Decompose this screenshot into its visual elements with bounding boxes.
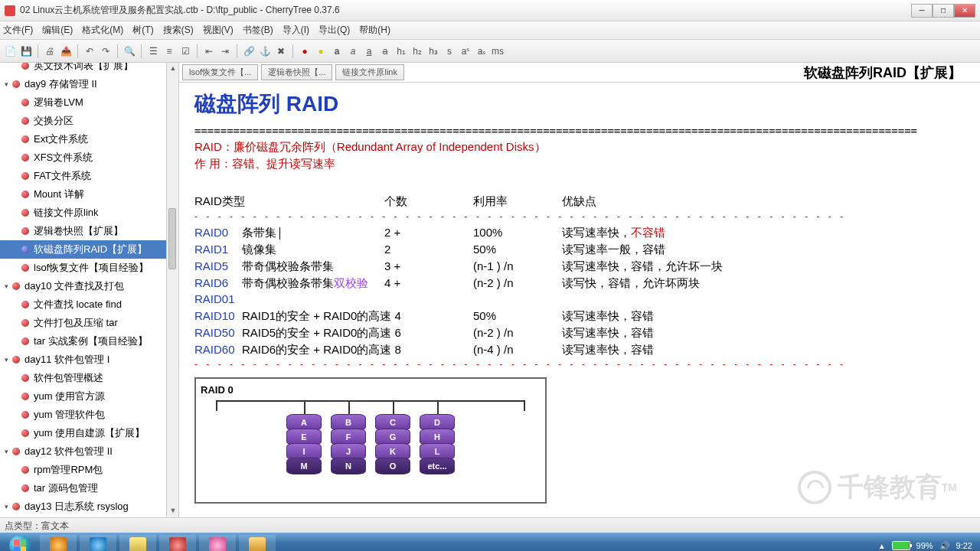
minimize-button[interactable]: ─ [911, 4, 933, 18]
indent-left-icon[interactable]: ⇤ [202, 44, 216, 58]
task-app[interactable] [159, 535, 196, 551]
tree-node[interactable]: 交换分区 [0, 112, 166, 130]
sidebar-scrollbar[interactable]: ▲ ▼ [167, 63, 179, 517]
todo-list-icon[interactable]: ☑ [178, 44, 192, 58]
menu-import[interactable]: 导入(I) [283, 24, 309, 37]
raid-disk: AEIM [286, 414, 322, 472]
maximize-button[interactable]: □ [933, 4, 954, 18]
anchor-icon[interactable]: ⚓ [258, 44, 272, 58]
task-app[interactable] [119, 535, 156, 551]
color-icon[interactable]: ● [298, 44, 312, 58]
content-pane: lsof恢复文件【... 逻辑卷快照【... 链接文件原link 软磁盘阵列RA… [179, 63, 980, 517]
tree-node[interactable]: 文件查找 locate find [0, 295, 166, 314]
save-icon[interactable]: 💾 [19, 44, 33, 58]
scroll-down-icon[interactable]: ▼ [168, 507, 178, 516]
tree-node[interactable]: ▾day13 日志系统 rsyslog [0, 497, 166, 516]
titlebar: 02 Linux云主机系统管理及服务配置实战.ctb - D:\ftp_publ… [0, 0, 980, 21]
task-app[interactable] [199, 535, 236, 551]
tree-node[interactable]: 文件打包及压缩 tar [0, 314, 166, 332]
menu-file[interactable]: 文件(F) [3, 24, 33, 37]
menu-export[interactable]: 导出(Q) [318, 24, 350, 37]
tree-node[interactable]: tar 实战案例【项目经验】 [0, 332, 166, 350]
task-app[interactable] [239, 535, 276, 551]
tree-node[interactable]: yum 使用自建源【扩展】 [0, 424, 166, 442]
tree-node[interactable]: yum 使用官方源 [0, 387, 166, 406]
h1-icon[interactable]: h₁ [394, 44, 408, 58]
tree-sidebar[interactable]: 英文技术词表【扩展】▾day9 存储管理 II逻辑卷LVM交换分区Ext文件系统… [0, 63, 167, 517]
crumb-tab[interactable]: 链接文件原link [335, 64, 404, 80]
new-icon[interactable]: 📄 [3, 44, 17, 58]
tree-node[interactable]: ▾day12 软件包管理 II [0, 442, 166, 461]
print-icon[interactable]: 🖨 [43, 44, 57, 58]
table-row: RAID10RAID1的安全 + RAID0的高速 450%读写速率快，容错 [194, 308, 965, 324]
scroll-up-icon[interactable]: ▲ [168, 64, 178, 73]
export-icon[interactable]: 📤 [59, 44, 73, 58]
table-row: RAID60RAID6的安全 + RAID0的高速 8(n-4 ) /n读写速率… [194, 341, 965, 358]
superscript-icon[interactable]: aˢ [459, 44, 472, 58]
indent-right-icon[interactable]: ⇥ [218, 44, 232, 58]
system-tray[interactable]: ▲ 99% 🔊 9:22 [878, 541, 977, 551]
scroll-thumb[interactable] [168, 208, 176, 269]
tree-node[interactable]: Mount 详解 [0, 185, 166, 204]
raid-use: 作 用：容错、提升读写速率 [194, 155, 965, 172]
clock: 9:22 [956, 541, 972, 550]
link-icon[interactable]: 🔗 [242, 44, 256, 58]
tree-node[interactable]: 软件包管理概述 [0, 369, 166, 387]
monospace-icon[interactable]: ms [491, 44, 505, 58]
statusbar: 点类型：富文本 [0, 517, 980, 533]
menu-edit[interactable]: 编辑(E) [42, 24, 73, 37]
menu-tree[interactable]: 树(T) [132, 24, 153, 37]
start-button[interactable] [3, 534, 37, 551]
h3-icon[interactable]: h₃ [426, 44, 440, 58]
bullet-list-icon[interactable]: ☰ [146, 44, 160, 58]
dash-separator: - - - - - - - - - - - - - - - - - - - - … [194, 210, 965, 224]
task-app[interactable] [40, 535, 77, 551]
tree-node[interactable]: 链接文件原link [0, 204, 166, 222]
italic-icon[interactable]: a [346, 44, 360, 58]
tree-node[interactable]: 逻辑卷LVM [0, 93, 166, 112]
tree-node[interactable]: rpm管理RPM包 [0, 461, 166, 479]
redo-icon[interactable]: ↷ [99, 44, 113, 58]
undo-icon[interactable]: ↶ [83, 44, 96, 58]
task-app[interactable] [80, 535, 116, 551]
doc-title: 磁盘阵列 RAID [194, 89, 965, 120]
underline-icon[interactable]: a [362, 44, 376, 58]
menu-bookmark[interactable]: 书签(B) [243, 24, 273, 37]
bold-icon[interactable]: a [330, 44, 344, 58]
table-row: RAID50RAID5的安全 + RAID0的高速 6(n-2 ) /n读写速率… [194, 324, 965, 341]
tree-node[interactable]: ▾day9 存储管理 II [0, 75, 166, 93]
clear-format-icon[interactable]: ✖ [274, 44, 288, 58]
crumb-tab[interactable]: 逻辑卷快照【... [261, 64, 332, 80]
tree-node[interactable]: 逻辑卷快照【扩展】 [0, 222, 166, 240]
h2-icon[interactable]: h₂ [410, 44, 424, 58]
table-header: RAID类型 个数 利用率 优缺点 [194, 193, 965, 210]
tree-node[interactable]: ▾day11 软件包管理 I [0, 350, 166, 369]
tree-node[interactable]: 英文技术词表【扩展】 [0, 63, 166, 75]
tree-node[interactable]: tar 源码包管理 [0, 479, 166, 497]
menu-format[interactable]: 格式化(M) [82, 24, 123, 37]
horizontal-rule: ========================================… [194, 123, 965, 139]
document-body[interactable]: 磁盘阵列 RAID ==============================… [179, 83, 980, 517]
menu-help[interactable]: 帮助(H) [359, 24, 390, 37]
tray-net-icon: 🔊 [939, 541, 950, 551]
find-icon[interactable]: 🔍 [122, 44, 136, 58]
tree-node[interactable]: 软磁盘阵列RAID【扩展】 [0, 240, 166, 259]
crumb-tab[interactable]: lsof恢复文件【... [182, 64, 258, 80]
tree-node[interactable]: FAT文件系统 [0, 167, 166, 185]
close-button[interactable]: ✕ [954, 4, 975, 18]
small-icon[interactable]: s [443, 44, 456, 58]
highlight-icon[interactable]: ● [314, 44, 328, 58]
tree-node[interactable]: ▾day10 文件查找及打包 [0, 277, 166, 295]
subscript-icon[interactable]: aₛ [475, 44, 488, 58]
numbered-list-icon[interactable]: ≡ [162, 44, 176, 58]
tree-node[interactable]: yum 管理软件包 [0, 406, 166, 424]
table-row: RAID1镜像集250%读写速率一般，容错 [194, 241, 965, 258]
tree-node[interactable]: lsof恢复文件【项目经验】 [0, 259, 166, 277]
menu-search[interactable]: 搜索(S) [163, 24, 194, 37]
table-row: RAID0条带集2 +100%读写速率快，不容错 [194, 224, 965, 241]
breadcrumb-tabs: lsof恢复文件【... 逻辑卷快照【... 链接文件原link 软磁盘阵列RA… [179, 63, 980, 83]
tree-node[interactable]: XFS文件系统 [0, 148, 166, 167]
strike-icon[interactable]: a [378, 44, 392, 58]
menu-view[interactable]: 视图(V) [203, 24, 234, 37]
tree-node[interactable]: Ext文件系统 [0, 130, 166, 148]
